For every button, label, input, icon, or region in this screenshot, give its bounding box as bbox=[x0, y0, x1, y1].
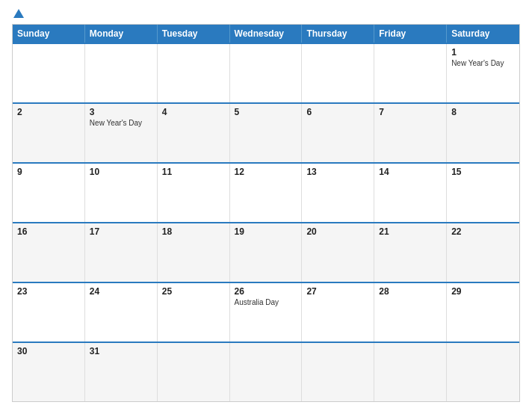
page-header bbox=[12, 9, 520, 19]
calendar-cell: 20 bbox=[302, 223, 374, 282]
calendar-cell: 4 bbox=[158, 104, 230, 162]
calendar-cell bbox=[13, 44, 85, 102]
day-number: 4 bbox=[162, 107, 225, 117]
calendar-cell bbox=[447, 343, 519, 401]
calendar-header: SundayMondayTuesdayWednesdayThursdayFrid… bbox=[13, 25, 519, 43]
calendar-cell bbox=[374, 343, 447, 401]
calendar-day-header: Thursday bbox=[302, 25, 374, 43]
calendar-cell: 8 bbox=[447, 104, 519, 162]
day-number: 26 bbox=[235, 286, 297, 297]
day-number: 18 bbox=[162, 226, 225, 237]
day-number: 16 bbox=[17, 226, 80, 237]
day-number: 25 bbox=[162, 286, 225, 297]
day-number: 22 bbox=[451, 226, 515, 237]
day-number: 31 bbox=[90, 346, 152, 356]
day-number: 10 bbox=[90, 167, 152, 177]
calendar-cell: 26Australia Day bbox=[230, 283, 303, 342]
calendar-body: 1New Year's Day23New Year's Day456789101… bbox=[13, 43, 519, 401]
calendar-page: SundayMondayTuesdayWednesdayThursdayFrid… bbox=[0, 0, 532, 411]
logo bbox=[12, 9, 24, 19]
calendar-cell: 19 bbox=[230, 223, 303, 282]
calendar-cell bbox=[302, 343, 374, 401]
calendar-cell: 5 bbox=[230, 104, 303, 162]
day-number: 1 bbox=[451, 47, 515, 58]
calendar-cell: 28 bbox=[374, 283, 447, 342]
day-number: 6 bbox=[306, 107, 369, 117]
calendar-day-header: Saturday bbox=[447, 25, 519, 43]
day-number: 17 bbox=[90, 226, 152, 237]
day-number: 29 bbox=[451, 286, 515, 297]
calendar-cell: 12 bbox=[230, 164, 303, 222]
day-number: 3 bbox=[90, 107, 152, 117]
calendar-day-header: Tuesday bbox=[158, 25, 230, 43]
calendar-cell: 6 bbox=[302, 104, 374, 162]
calendar-cell: 23 bbox=[13, 283, 85, 342]
calendar-cell: 15 bbox=[447, 164, 519, 222]
event-label: New Year's Day bbox=[451, 59, 515, 67]
calendar-cell: 1New Year's Day bbox=[447, 44, 519, 102]
calendar-cell: 27 bbox=[302, 283, 374, 342]
day-number: 14 bbox=[379, 167, 442, 177]
calendar-cell: 30 bbox=[13, 343, 85, 401]
calendar-day-header: Wednesday bbox=[230, 25, 303, 43]
day-number: 13 bbox=[306, 167, 369, 177]
logo-triangle-icon bbox=[13, 9, 24, 18]
calendar-cell: 22 bbox=[447, 223, 519, 282]
calendar-cell: 21 bbox=[374, 223, 447, 282]
day-number: 11 bbox=[162, 167, 225, 177]
calendar-row: 23242526Australia Day272829 bbox=[13, 282, 519, 342]
calendar-cell: 11 bbox=[158, 164, 230, 222]
calendar-cell: 13 bbox=[302, 164, 374, 222]
calendar-row: 16171819202122 bbox=[13, 222, 519, 282]
calendar-day-header: Friday bbox=[374, 25, 447, 43]
calendar-cell: 3New Year's Day bbox=[85, 104, 158, 162]
calendar-row: 23New Year's Day45678 bbox=[13, 102, 519, 162]
calendar-cell bbox=[158, 44, 230, 102]
event-label: New Year's Day bbox=[90, 119, 152, 127]
calendar-cell bbox=[302, 44, 374, 102]
calendar-row: 9101112131415 bbox=[13, 162, 519, 222]
day-number: 21 bbox=[379, 226, 442, 237]
day-number: 19 bbox=[235, 226, 297, 237]
day-number: 12 bbox=[235, 167, 297, 177]
calendar-row: 1New Year's Day bbox=[13, 43, 519, 102]
day-number: 24 bbox=[90, 286, 152, 297]
day-number: 23 bbox=[17, 286, 80, 297]
calendar-cell bbox=[158, 343, 230, 401]
calendar-cell: 29 bbox=[447, 283, 519, 342]
day-number: 2 bbox=[17, 107, 80, 117]
calendar-cell bbox=[374, 44, 447, 102]
day-number: 30 bbox=[17, 346, 80, 356]
calendar-cell: 2 bbox=[13, 104, 85, 162]
calendar-cell: 10 bbox=[85, 164, 158, 222]
calendar-day-header: Sunday bbox=[13, 25, 85, 43]
calendar-cell: 24 bbox=[85, 283, 158, 342]
day-number: 15 bbox=[451, 167, 515, 177]
calendar-cell: 9 bbox=[13, 164, 85, 222]
calendar-day-header: Monday bbox=[85, 25, 158, 43]
day-number: 9 bbox=[17, 167, 80, 177]
day-number: 7 bbox=[379, 107, 442, 117]
calendar-cell: 25 bbox=[158, 283, 230, 342]
event-label: Australia Day bbox=[235, 298, 297, 306]
day-number: 27 bbox=[306, 286, 369, 297]
calendar-cell: 17 bbox=[85, 223, 158, 282]
calendar-cell: 31 bbox=[85, 343, 158, 401]
calendar-cell: 18 bbox=[158, 223, 230, 282]
calendar-cell bbox=[85, 44, 158, 102]
day-number: 5 bbox=[235, 107, 297, 117]
calendar-row: 3031 bbox=[13, 342, 519, 401]
day-number: 28 bbox=[379, 286, 442, 297]
calendar-cell: 7 bbox=[374, 104, 447, 162]
calendar-cell bbox=[230, 44, 303, 102]
calendar-cell: 16 bbox=[13, 223, 85, 282]
day-number: 8 bbox=[451, 107, 515, 117]
calendar-grid: SundayMondayTuesdayWednesdayThursdayFrid… bbox=[12, 24, 520, 402]
day-number: 20 bbox=[306, 226, 369, 237]
calendar-cell bbox=[230, 343, 303, 401]
calendar-cell: 14 bbox=[374, 164, 447, 222]
